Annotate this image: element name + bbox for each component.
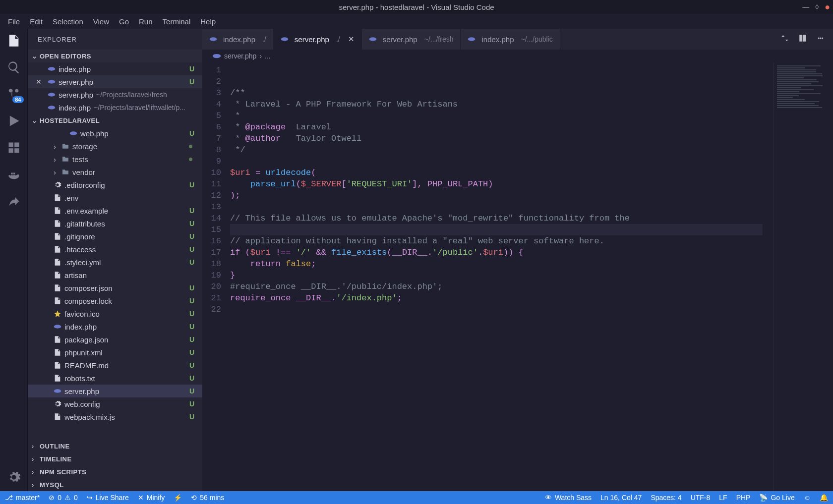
- chevron-down-icon: ⌄: [32, 117, 40, 124]
- watch-sass-status[interactable]: 👁 Watch Sass: [545, 494, 592, 502]
- time-status[interactable]: ⟲ 56 mins: [191, 494, 224, 502]
- folder-item[interactable]: ›vendor: [28, 166, 202, 178]
- menu-file[interactable]: File: [4, 16, 24, 27]
- file-item[interactable]: phpunit.xmlU: [28, 346, 202, 359]
- file-item[interactable]: server.phpU: [28, 385, 202, 397]
- settings-icon[interactable]: [7, 470, 21, 484]
- split-editor-icon[interactable]: [798, 34, 807, 45]
- problems-status[interactable]: ⊘ 0 ⚠ 0: [49, 494, 78, 502]
- extensions-icon[interactable]: [7, 141, 21, 155]
- search-icon[interactable]: [7, 60, 21, 74]
- editor-tab[interactable]: server.php~/.../fresh: [362, 29, 461, 50]
- editor-tab[interactable]: index.php~/.../public: [461, 29, 560, 50]
- git-status: U: [189, 207, 194, 215]
- editor-tab[interactable]: server.php./✕: [274, 29, 362, 50]
- outline-header[interactable]: ›OUTLINE: [28, 440, 202, 452]
- git-status: U: [189, 129, 194, 137]
- npm-scripts-header[interactable]: ›NPM SCRIPTS: [28, 465, 202, 478]
- minimize-button[interactable]: —: [802, 3, 809, 11]
- menu-view[interactable]: View: [89, 16, 113, 27]
- file-item[interactable]: composer.jsonU: [28, 281, 202, 294]
- file-item[interactable]: .env: [28, 191, 202, 204]
- open-editor-item[interactable]: ✕server.phpU: [28, 75, 202, 88]
- tab-title: index.php: [481, 35, 514, 44]
- folder-icon: [61, 155, 72, 163]
- chevron-right-icon: ›: [54, 142, 61, 151]
- open-editors-header[interactable]: ⌄ OPEN EDITORS: [28, 50, 202, 62]
- php-icon: [48, 104, 59, 112]
- file-item[interactable]: robots.txtU: [28, 372, 202, 385]
- live-share-status[interactable]: ↪ Live Share: [87, 494, 129, 502]
- folder-icon: [61, 168, 72, 176]
- explorer-icon[interactable]: [7, 34, 21, 48]
- file-item[interactable]: .editorconfigU: [28, 178, 202, 191]
- file-item[interactable]: package.jsonU: [28, 333, 202, 346]
- mysql-header[interactable]: ›MYSQL: [28, 478, 202, 491]
- file-item[interactable]: .gitignoreU: [28, 230, 202, 243]
- run-icon[interactable]: [7, 114, 21, 128]
- file-item[interactable]: README.mdU: [28, 359, 202, 372]
- minimap[interactable]: [774, 62, 833, 491]
- file-item[interactable]: .htaccessU: [28, 243, 202, 256]
- source-control-icon[interactable]: 84: [7, 87, 21, 101]
- menu-run[interactable]: Run: [135, 16, 157, 27]
- file-item[interactable]: web.phpU: [28, 127, 202, 140]
- close-icon[interactable]: ✕: [36, 78, 45, 86]
- cursor-position[interactable]: Ln 16, Col 47: [600, 494, 642, 502]
- code-editor[interactable]: 12345678910111213141516171819202122 /** …: [202, 62, 833, 491]
- branch-status[interactable]: ⎇ master*: [5, 494, 40, 502]
- file-item[interactable]: .env.exampleU: [28, 204, 202, 217]
- maximize-button[interactable]: ◊: [815, 3, 819, 11]
- file-item[interactable]: .gitattributesU: [28, 217, 202, 230]
- menu-help[interactable]: Help: [196, 16, 220, 27]
- file-item[interactable]: artisan: [28, 269, 202, 281]
- env-icon: [54, 207, 64, 215]
- port-status[interactable]: ⚡: [174, 494, 182, 502]
- php-icon: [209, 36, 218, 43]
- breadcrumb[interactable]: server.php › ...: [202, 50, 833, 62]
- php-icon: [212, 54, 221, 58]
- language-status[interactable]: PHP: [736, 494, 751, 502]
- folder-item[interactable]: ›tests: [28, 153, 202, 166]
- git-status: U: [189, 323, 194, 331]
- menu-edit[interactable]: Edit: [26, 16, 47, 27]
- file-item[interactable]: web.configU: [28, 397, 202, 410]
- open-editor-item[interactable]: index.phpU: [28, 62, 202, 75]
- indent-status[interactable]: Spaces: 4: [651, 494, 681, 502]
- gear-icon: [54, 181, 64, 189]
- folder-item[interactable]: ›storage: [28, 140, 202, 153]
- file-item[interactable]: webpack.mix.jsU: [28, 410, 202, 423]
- docker-icon[interactable]: [7, 168, 21, 181]
- eol-status[interactable]: LF: [719, 494, 727, 502]
- timeline-header[interactable]: ›TIMELINE: [28, 452, 202, 465]
- file-item[interactable]: composer.lockU: [28, 294, 202, 307]
- project-header[interactable]: ⌄ HOSTEDLARAVEL: [28, 114, 202, 127]
- close-icon[interactable]: ✕: [348, 35, 355, 44]
- open-editor-item[interactable]: index.php~/Projects/laravel/liftwallet/p…: [28, 101, 202, 114]
- close-button[interactable]: ●: [825, 2, 830, 12]
- notifications-icon[interactable]: 🔔: [820, 494, 828, 502]
- file-item[interactable]: index.phpU: [28, 320, 202, 333]
- menu-go[interactable]: Go: [115, 16, 133, 27]
- file-name: package.json: [64, 336, 108, 344]
- minify-status[interactable]: ✕ Minify: [138, 494, 165, 502]
- menu-selection[interactable]: Selection: [49, 16, 87, 27]
- sidebar: EXPLORER ⌄ OPEN EDITORS index.phpU✕serve…: [28, 29, 202, 491]
- encoding-status[interactable]: UTF-8: [691, 494, 711, 502]
- chevron-right-icon: ›: [54, 155, 61, 164]
- more-icon[interactable]: [816, 34, 825, 45]
- git-status: U: [189, 413, 194, 421]
- file-item[interactable]: favicon.icoU: [28, 307, 202, 320]
- php-icon: [48, 78, 59, 86]
- open-editor-item[interactable]: server.php~/Projects/laravel/fresh: [28, 88, 202, 101]
- compare-icon[interactable]: [780, 34, 789, 45]
- tab-title: server.php: [383, 35, 417, 44]
- file-item[interactable]: .styleci.ymlU: [28, 256, 202, 269]
- menubar: FileEditSelectionViewGoRunTerminalHelp: [0, 14, 833, 29]
- feedback-icon[interactable]: ☺: [804, 494, 811, 502]
- code-content[interactable]: /** * Laravel - A PHP Framework For Web …: [230, 62, 774, 491]
- go-live-status[interactable]: 📡 Go Live: [759, 494, 794, 502]
- editor-tab[interactable]: index.php./: [202, 29, 274, 50]
- share-icon[interactable]: [7, 194, 21, 208]
- menu-terminal[interactable]: Terminal: [159, 16, 195, 27]
